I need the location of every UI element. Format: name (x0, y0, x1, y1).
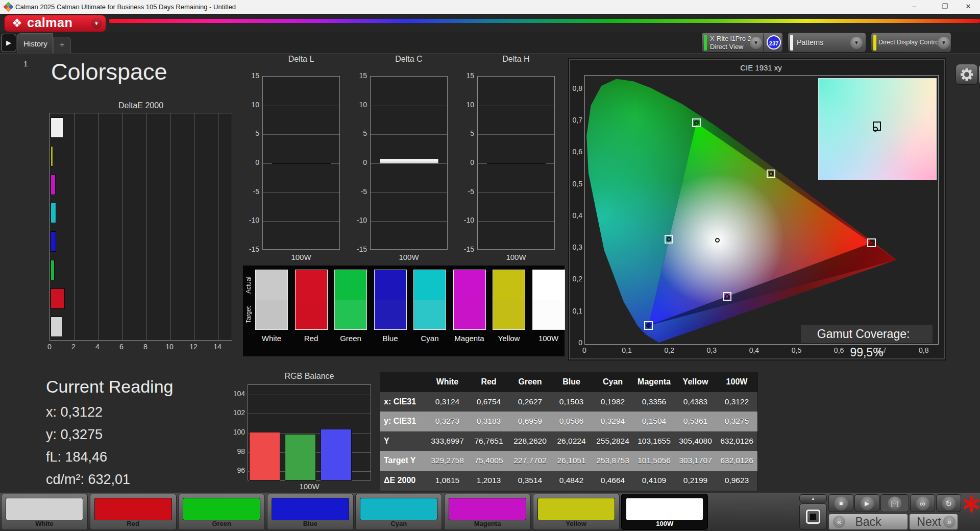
chart-title: RGB Balance (248, 372, 371, 381)
table-cell: 227,7702 (509, 451, 551, 471)
tab-history-1[interactable]: History 1 (17, 33, 53, 53)
gamut-coverage-readout: Gamut Coverage: 99,5% (801, 325, 933, 343)
stop-button[interactable]: ■ (828, 494, 853, 512)
actual-swatch (375, 270, 406, 300)
window-title: Calman 2025 Calman Ultimate for Business… (15, 3, 236, 11)
plot-area (262, 76, 340, 250)
gridline (478, 134, 554, 135)
swatch-column-label: Cyan (413, 334, 446, 343)
pattern-tile-red[interactable]: Red (90, 494, 177, 530)
pattern-tile-green[interactable]: Green (178, 494, 265, 530)
gear-icon (960, 68, 973, 81)
axis-tick-label: 5 (239, 129, 259, 137)
axis-tick-label: 0,1 (570, 307, 582, 315)
settings-button[interactable] (955, 64, 978, 85)
gridline (371, 134, 447, 135)
table-cell: 0,6959 (509, 412, 551, 431)
pattern-tile-white[interactable]: White (1, 494, 88, 530)
swatch-column-green (334, 270, 367, 330)
target-swatch (414, 300, 446, 329)
table-header-cell: White (427, 372, 468, 392)
axis-tick-label: 15 (454, 71, 474, 80)
sidebar-expand-button[interactable]: ▶ (1, 34, 16, 52)
target-swatch (454, 300, 485, 329)
target-swatch (335, 300, 366, 329)
expand-tray-button[interactable]: ▲ (799, 494, 827, 502)
cie-point-dot (694, 120, 699, 125)
gridline (371, 106, 447, 106)
refresh-icon: ↻ (942, 496, 955, 510)
next-button[interactable]: Next » (909, 514, 958, 530)
gridline (371, 221, 447, 222)
patterns-dropdown[interactable]: Patterns ▼ (788, 32, 866, 53)
single-measure-button[interactable]: [··] (880, 494, 909, 512)
axis-tick-label: 0,4 (744, 346, 764, 354)
table-cell: 1,0615 (427, 471, 468, 491)
pattern-tile-magenta[interactable]: Magenta (444, 494, 531, 530)
target-swatch (256, 300, 287, 329)
actual-swatch (533, 270, 565, 300)
meter-select-dropdown[interactable]: X-Rite i1Pro 2 Direct View ▼ 237 (701, 32, 783, 53)
pattern-tile-label: Magenta (445, 520, 530, 527)
table-cell: 632,0126 (716, 431, 757, 451)
chevron-down-icon: ▼ (938, 37, 950, 49)
notification-asterisk-icon[interactable] (963, 495, 980, 513)
gridline (263, 192, 339, 193)
axis-tick-label: 0,1 (617, 346, 637, 354)
gridline (478, 106, 554, 106)
pattern-tile-100w[interactable]: 100W (621, 494, 708, 530)
axis-tick-label: 0,8 (914, 346, 934, 354)
pattern-tile-label: 100W (622, 520, 707, 527)
play-button[interactable]: ▶ (854, 494, 879, 512)
table-row-label: Y (380, 431, 427, 451)
gridline (170, 113, 170, 340)
add-tab-button[interactable]: + (53, 37, 71, 54)
continuous-measure-button[interactable]: ∞ (910, 494, 935, 512)
table-cell: 0,1982 (592, 392, 633, 412)
chart-title: Delta C (370, 55, 448, 64)
axis-tick-label: 0 (454, 158, 474, 166)
table-cell: 255,2824 (592, 431, 633, 451)
pattern-tile-cyan[interactable]: Cyan (355, 494, 442, 530)
deltae-bar-cyan (51, 203, 56, 223)
table-cell: 101,5056 (633, 451, 675, 471)
cie-point-green (692, 118, 701, 127)
table-cell: 0,3356 (633, 392, 675, 412)
actual-swatch (296, 270, 327, 300)
current-reading-title: Current Reading (46, 377, 173, 397)
pattern-window-button[interactable] (799, 503, 827, 529)
gridline (194, 113, 194, 340)
axis-tick-label: 98 (225, 447, 245, 455)
table-cell: 0,3183 (468, 412, 509, 431)
table-cell: 26,0224 (551, 431, 592, 451)
minimize-icon[interactable]: – (902, 0, 926, 13)
pattern-tile-blue[interactable]: Blue (267, 494, 354, 530)
axis-tick-label: 0,2 (570, 275, 582, 283)
delta-bar (487, 163, 546, 164)
refresh-button[interactable]: ↻ (936, 494, 961, 512)
swatch-column-label: Magenta (453, 334, 486, 343)
deltae-bar-red (51, 288, 65, 309)
calman-menu-button[interactable]: ❖ calman ▼ (4, 15, 106, 32)
gridline (146, 113, 146, 340)
table-cell: 253,8753 (592, 451, 633, 471)
measure-icon: [··] (888, 496, 902, 510)
display-control-dropdown[interactable]: Direct Display Control ▼ (871, 32, 951, 53)
pattern-swatch (183, 498, 260, 520)
deltae-chart-title: DeltaE 2000 (50, 101, 232, 110)
table-cell: 0,3294 (592, 412, 633, 431)
axis-tick-label: 6 (114, 343, 129, 351)
table-header-cell: Cyan (592, 372, 633, 392)
pattern-tile-yellow[interactable]: Yellow (533, 494, 620, 530)
axis-tick-label: 0,8 (570, 84, 582, 92)
close-icon[interactable]: ✕ (957, 0, 980, 13)
chart-title: Delta H (477, 55, 555, 64)
axis-tick-label: 0 (347, 158, 367, 166)
next-chevron-icon: » (943, 516, 955, 528)
white-point-target-dot (873, 127, 878, 132)
back-button[interactable]: « Back (828, 514, 908, 530)
gridline (263, 221, 339, 222)
maximize-icon[interactable]: ❐ (933, 0, 957, 13)
table-cell: 0,3124 (427, 392, 468, 412)
actual-swatch (335, 270, 366, 300)
